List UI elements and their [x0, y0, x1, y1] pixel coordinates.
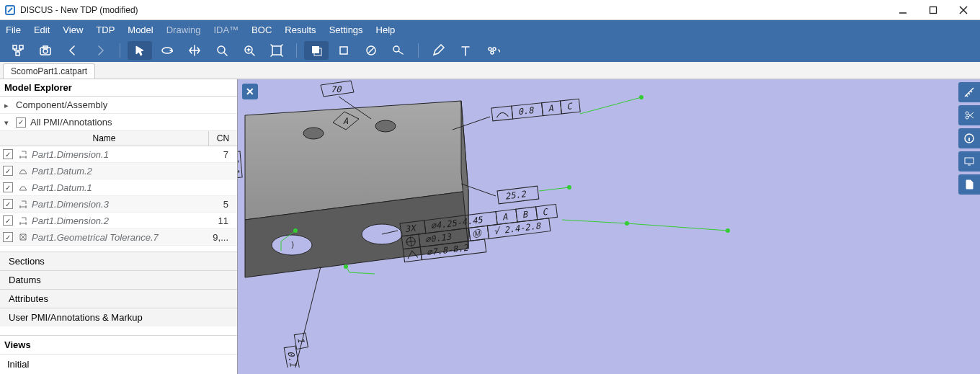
svg-text:0.15: 0.15	[285, 350, 299, 368]
menu-settings[interactable]: Settings	[329, 25, 363, 35]
svg-rect-5	[13, 45, 17, 49]
pmi-column-headers: Name CN	[0, 131, 237, 146]
row-cn: 5	[205, 199, 234, 210]
toolbar-camera-button[interactable]	[33, 41, 58, 60]
toolbar-rotate-button[interactable]	[155, 41, 179, 60]
toolbar-layer-single-button[interactable]	[331, 41, 356, 60]
col-name[interactable]: Name	[0, 131, 208, 146]
svg-point-83	[344, 264, 348, 269]
group-sections[interactable]: Sections	[0, 251, 237, 270]
toolbar-settings-dropdown-button[interactable]	[481, 41, 505, 60]
svg-text:C: C	[542, 207, 550, 218]
row-name: Part1.Dimension.3	[32, 199, 205, 210]
toolbar-tag-button[interactable]	[386, 41, 411, 60]
group-user-pmi[interactable]: User PMI/Annotations & Markup	[0, 308, 237, 326]
toolbar	[0, 39, 980, 62]
svg-rect-41	[491, 106, 513, 121]
svg-point-9	[43, 49, 48, 53]
group-component-assembly[interactable]: Component/Assembly	[0, 97, 237, 114]
row-name: Part1.Dimension.1	[32, 149, 205, 160]
svg-text:A: A	[548, 103, 554, 114]
group-label: Component/Assembly	[16, 99, 107, 110]
dim-icon	[17, 198, 29, 210]
menu-edit[interactable]: Edit	[34, 25, 50, 35]
gtol-icon	[17, 231, 29, 243]
toolbar-zoom-button[interactable]	[210, 41, 234, 60]
title-bar: DISCUS - New TDP (modified)	[0, 0, 980, 20]
svg-text:A: A	[343, 116, 349, 126]
svg-line-54	[539, 187, 569, 191]
svg-point-34	[272, 235, 312, 255]
menu-view[interactable]: View	[63, 25, 83, 35]
svg-rect-6	[19, 45, 23, 49]
menu-help[interactable]: Help	[376, 25, 396, 35]
group-label: Datums	[9, 275, 41, 285]
row-checkbox[interactable]	[3, 232, 13, 242]
group-label: Sections	[9, 256, 45, 267]
row-checkbox[interactable]	[3, 149, 13, 159]
group-datums[interactable]: Datums	[0, 270, 237, 289]
toolbar-pencil-button[interactable]	[426, 41, 450, 60]
pmi-row[interactable]: Part1.Datum.1	[0, 179, 237, 196]
row-checkbox[interactable]	[3, 166, 13, 176]
caret-down-icon	[4, 117, 12, 128]
row-name: Part1.Datum.1	[32, 182, 205, 193]
svg-text:70: 70	[331, 84, 342, 94]
row-checkbox[interactable]	[3, 215, 13, 226]
menu-file[interactable]: File	[6, 25, 21, 35]
toolbar-layers-button[interactable]	[304, 41, 329, 60]
datum-icon	[17, 182, 29, 193]
minimize-button[interactable]	[898, 5, 908, 15]
svg-text:√ 2.4-2.8: √ 2.4-2.8	[493, 221, 542, 236]
svg-rect-15	[312, 46, 319, 53]
menu-results[interactable]: Results	[285, 25, 316, 35]
svg-point-49	[639, 95, 643, 99]
row-name: Part1.Geometrical Tolerance.7	[32, 232, 205, 243]
pmi-row[interactable]: Part1.Geometrical Tolerance.79,...	[0, 229, 237, 246]
toolbar-annotate-button[interactable]	[359, 41, 383, 60]
svg-rect-2	[930, 6, 937, 13]
menu-ida: IDA™	[213, 25, 239, 35]
pmi-row[interactable]: Part1.Dimension.17	[0, 146, 237, 163]
col-cn[interactable]: CN	[208, 131, 237, 146]
menu-boc[interactable]: BOC	[251, 25, 272, 35]
toolbar-tree-button[interactable]	[6, 41, 30, 60]
toolbar-back-button[interactable]	[61, 41, 85, 60]
maximize-button[interactable]	[928, 5, 938, 15]
close-button[interactable]	[958, 5, 968, 15]
row-name: Part1.Dimension.2	[32, 215, 205, 226]
datum-icon	[17, 165, 29, 177]
model-explorer-title: Model Explorer	[0, 79, 237, 97]
toolbar-cursor-button[interactable]	[128, 41, 152, 60]
toolbar-pan-button[interactable]	[182, 41, 207, 60]
group-attributes[interactable]: Attributes	[0, 289, 237, 308]
row-cn: 7	[205, 149, 234, 160]
menu-bar: FileEditViewTDPModelDrawingIDA™BOCResult…	[0, 20, 980, 39]
model-explorer-panel: Model Explorer Component/Assembly All PM…	[0, 79, 238, 374]
document-tab[interactable]: ScomoPart1.catpart	[3, 63, 95, 79]
view-item[interactable]: Initial	[0, 354, 237, 374]
row-checkbox[interactable]	[3, 199, 13, 209]
group-all-pmi[interactable]: All PMI/Annotations	[0, 114, 237, 131]
svg-text:C: C	[566, 101, 574, 112]
svg-rect-14	[272, 46, 281, 55]
toolbar-zoom-in-button[interactable]	[237, 41, 262, 60]
svg-point-81	[625, 221, 629, 226]
svg-point-30	[303, 128, 324, 139]
menu-model[interactable]: Model	[128, 25, 153, 35]
svg-line-84	[295, 267, 321, 368]
dim-icon	[17, 215, 29, 226]
svg-rect-17	[340, 47, 347, 54]
pmi-row[interactable]: Part1.Datum.2	[0, 163, 237, 179]
group-label: Attributes	[9, 293, 48, 304]
document-tabstrip: ScomoPart1.catpart	[0, 62, 980, 79]
pmi-row[interactable]: Part1.Dimension.211	[0, 213, 237, 229]
menu-tdp[interactable]: TDP	[96, 25, 115, 35]
svg-point-31	[375, 120, 396, 132]
3d-viewport[interactable]: ✕ A 70	[238, 79, 980, 374]
row-checkbox[interactable]	[3, 182, 13, 192]
pmi-row[interactable]: Part1.Dimension.35	[0, 196, 237, 213]
toolbar-fit-button[interactable]	[264, 41, 289, 60]
toolbar-text-button[interactable]	[453, 41, 478, 60]
group-checkbox[interactable]	[16, 117, 26, 128]
